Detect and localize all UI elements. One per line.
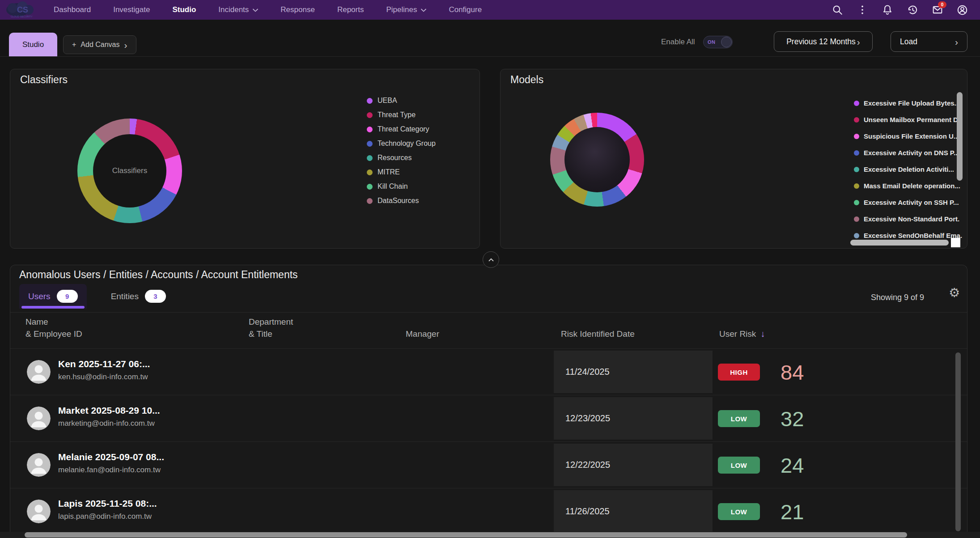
classifiers-legend-item[interactable]: DataSources [367,197,419,205]
models-legend-item[interactable]: Excessive SendOnBehalf Ema... [854,232,962,239]
classifiers-legend-item[interactable]: UEBA [367,97,397,105]
toggle-knob [721,37,732,47]
models-legend-item[interactable]: Excessive Activity on SSH P... [854,199,962,206]
search-icon[interactable] [831,4,843,16]
legend-dot [367,127,373,132]
risk-level-badge[interactable]: LOW [718,457,760,474]
chevron-right-icon: › [857,37,860,47]
column-header-name[interactable]: Name & Employee ID [25,315,218,340]
column-header-user-risk[interactable]: User Risk↓ [719,315,836,340]
load-button[interactable]: Load › [891,31,967,52]
column-header-manager[interactable]: Manager [406,315,522,340]
add-canvas-button[interactable]: + Add Canvas › [63,35,136,54]
risk-identified-date-cell: 11/26/2025 [554,490,713,533]
table-vertical-scrollbar[interactable] [955,352,961,531]
legend-dot [854,183,859,189]
nav-item-dashboard[interactable]: Dashboard [54,5,91,14]
kebab-menu-icon[interactable] [856,4,868,16]
risk-identified-date-cell: 12/23/2025 [554,397,713,440]
chevron-down-icon [421,8,426,12]
models-legend-item[interactable]: Excessive Deletion Activiti... [854,165,962,173]
user-name[interactable]: Melanie 2025-09-07 08... [58,452,164,462]
risk-identified-date-cell: 12/22/2025 [554,444,713,486]
classifiers-legend-item[interactable]: MITRE [367,168,400,176]
top-nav: CS CLOUD SECURITY DashboardInvestigateSt… [0,0,980,20]
nav-item-pipelines[interactable]: Pipelines [386,5,426,14]
nav-item-studio[interactable]: Studio [172,5,196,14]
legend-vertical-scrollbar[interactable] [957,92,963,181]
models-legend-item[interactable]: Unseen Mailbox Permanent D [854,116,962,123]
table-row[interactable]: Market 2025-08-29 10...marketing@odin-in… [10,395,967,441]
risk-level-badge[interactable]: LOW [718,503,760,520]
avatar[interactable] [27,453,51,477]
tabs-row: Users9Entities3 [19,284,175,309]
legend-dot [854,233,859,238]
classifiers-legend-item[interactable]: Kill Chain [367,182,408,191]
column-header-department[interactable]: Department & Title [249,315,383,340]
enable-all-label: Enable All [661,38,695,47]
user-name[interactable]: Lapis 2025-11-25 08:... [58,498,157,509]
legend-dot [367,112,373,118]
app-root: CS CLOUD SECURITY DashboardInvestigateSt… [0,0,980,538]
notifications-bell-icon[interactable] [881,4,893,16]
user-email: ken.hsu@odin-info.com.tw [58,373,148,381]
anomalous-entities-panel: Anomalous Users / Entities / Accounts / … [10,265,967,538]
profile-icon[interactable] [956,4,968,16]
risk-level-badge[interactable]: HIGH [718,364,760,381]
classifiers-legend-item[interactable]: Technology Group [367,140,436,148]
nav-actions: 0 [831,4,968,16]
chevron-down-icon [253,8,258,12]
nav-item-response[interactable]: Response [280,5,315,14]
cloud-logo-icon: CS CLOUD SECURITY [3,1,44,19]
classifiers-legend-item[interactable]: Threat Type [367,111,416,119]
sort-desc-icon[interactable]: ↓ [760,329,765,339]
column-header-risk-date[interactable]: Risk Identified Date [561,315,695,340]
models-legend-item[interactable]: Excessive Activity on DNS P... [854,149,962,157]
nav-item-reports[interactable]: Reports [337,5,364,14]
risk-level-badge[interactable]: LOW [718,410,760,427]
avatar[interactable] [27,500,51,523]
models-legend-item[interactable]: Mass Email Delete operation... [854,182,962,190]
history-icon[interactable] [906,4,918,16]
nav-item-investigate[interactable]: Investigate [113,5,150,14]
user-name[interactable]: Ken 2025-11-27 06:... [58,359,150,369]
chevron-right-icon: › [124,40,127,50]
tab-users[interactable]: Users9 [19,284,87,309]
classifiers-legend-item[interactable]: Threat Category [367,125,429,133]
tab-count-badge: 9 [57,290,78,303]
models-legend-item[interactable]: Excessive Non-Standard Port. [854,215,962,223]
legend-horizontal-scrollbar[interactable] [850,240,949,246]
table-row[interactable]: Ken 2025-11-27 06:...ken.hsu@odin-info.c… [10,348,967,395]
legend-dot [854,216,859,222]
svg-text:CS: CS [17,5,28,14]
brand-logo[interactable]: CS CLOUD SECURITY [0,0,47,20]
studio-canvas-tab[interactable]: Studio [9,33,57,56]
mail-icon[interactable]: 0 [931,4,943,16]
nav-item-configure[interactable]: Configure [449,5,482,14]
models-legend-item[interactable]: Suspicious File Extension U... [854,132,962,140]
classifiers-donut-chart[interactable]: Classifiers [77,119,182,223]
avatar[interactable] [27,360,51,384]
legend-dot [367,169,373,175]
mail-badge: 0 [938,1,946,8]
table-settings-gear-icon[interactable]: ⚙ [949,287,960,299]
load-label: Load [900,37,917,47]
models-donut-chart[interactable] [550,113,644,207]
table-row[interactable]: Melanie 2025-09-07 08...melanie.fan@odin… [10,441,967,488]
period-selector-button[interactable]: Previous 12 Months › [774,31,873,52]
period-label: Previous 12 Months [786,37,856,47]
table-row[interactable]: Lapis 2025-11-25 08:...lapis.pan@odin-in… [10,488,967,534]
page-horizontal-scrollbar-thumb[interactable] [25,532,907,538]
collapse-panels-button[interactable] [483,251,499,268]
toggle-on-label: ON [708,39,716,45]
nav-item-incidents[interactable]: Incidents [218,5,258,14]
tab-entities[interactable]: Entities3 [102,284,175,309]
classifiers-legend-item[interactable]: Resources [367,154,412,162]
plus-icon: + [72,41,76,49]
enable-all-toggle[interactable]: ON [703,36,733,48]
chevron-up-icon [487,256,495,264]
models-legend-item[interactable]: Excessive File Upload Bytes... [854,99,962,107]
avatar[interactable] [27,407,51,430]
page-horizontal-scrollbar-track[interactable] [0,532,980,538]
user-name[interactable]: Market 2025-08-29 10... [58,405,160,416]
